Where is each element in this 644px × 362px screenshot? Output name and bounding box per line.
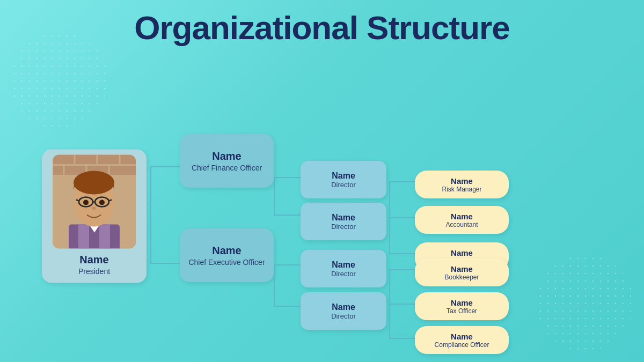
ceo-card: Name Chief Executive Officer [180,228,274,282]
connector-dir1-staff3 [389,253,415,254]
president-name: Name [79,253,108,265]
president-block: Name President [42,149,147,283]
staff1-name: Name [451,176,473,186]
connector-pres-ceo [150,263,180,264]
connector-cfo-dir1 [274,177,301,178]
director2-block: Name Director [301,203,386,240]
staff2-block: Name Accountant [415,206,509,234]
org-chart: Name President Name Chief Finance Office… [0,70,644,362]
staff2-card: Name Accountant [415,206,509,234]
president-image [53,154,136,248]
connector-pres-cfo [150,166,180,167]
connector-ceo-dir4 [274,306,301,307]
connector-cfo-dir2 [274,215,301,216]
staff5-card: Name Tax Officer [415,292,509,320]
ceo-block: Name Chief Executive Officer [180,228,274,282]
cfo-name: Name [212,150,241,162]
director2-name: Name [332,213,355,223]
cfo-role: Chief Finance Officer [192,164,262,172]
staff6-block: Name Compliance Officer [415,326,509,354]
svg-point-21 [83,200,89,205]
cfo-card: Name Chief Finance Officer [180,134,274,188]
director4-card: Name Director [301,292,386,330]
director1-card: Name Director [301,161,386,198]
staff1-role: Risk Manager [442,186,481,193]
svg-point-23 [92,206,96,210]
connector-dir2-staff5 [389,304,415,305]
staff4-card: Name Bookkeeper [415,258,509,286]
connector-vertical-ceo [274,264,275,307]
svg-rect-1 [53,154,74,164]
connector-dir2-staff4 [389,269,415,270]
page-title: Organizational Structure [0,0,644,46]
connector-vertical-cfo [274,177,275,216]
staff2-name: Name [451,212,473,221]
svg-rect-11 [99,224,110,248]
staff5-block: Name Tax Officer [415,292,509,320]
staff2-role: Accountant [445,221,478,228]
connector-dir1-staff1 [389,181,415,182]
svg-rect-4 [120,154,136,164]
svg-rect-5 [53,165,63,175]
director3-role: Director [331,270,356,278]
staff1-card: Name Risk Manager [415,171,509,198]
staff4-name: Name [451,264,473,274]
director3-name: Name [332,260,355,270]
connector-dir1-staff2 [389,217,415,218]
ceo-name: Name [212,244,241,257]
president-card: Name President [42,149,147,283]
director4-block: Name Director [301,292,386,330]
staff6-name: Name [451,332,473,341]
director3-card: Name Director [301,250,386,287]
staff5-name: Name [451,298,473,307]
president-photo [53,154,136,248]
connector-dir2-staff6 [389,338,415,339]
director1-name: Name [332,171,355,181]
staff6-card: Name Compliance Officer [415,326,509,354]
svg-rect-2 [75,154,97,164]
svg-rect-10 [78,224,89,248]
connector-vertical-main [150,166,151,264]
director4-name: Name [332,302,355,312]
staff5-role: Tax Officer [447,307,477,315]
svg-rect-3 [98,154,119,164]
ceo-role: Chief Executive Officer [188,258,265,267]
president-role: President [78,267,110,275]
staff3-name: Name [451,248,473,257]
svg-point-22 [99,200,105,205]
cfo-block: Name Chief Finance Officer [180,134,274,188]
staff1-block: Name Risk Manager [415,171,509,198]
director1-block: Name Director [301,161,386,198]
connector-ceo-dir3 [274,264,301,265]
director3-block: Name Director [301,250,386,287]
staff4-block: Name Bookkeeper [415,258,509,286]
svg-rect-8 [109,165,136,175]
staff6-role: Compliance Officer [435,341,489,349]
director1-role: Director [331,181,356,189]
director4-role: Director [331,312,356,320]
director2-card: Name Director [301,203,386,240]
director2-role: Director [331,223,356,231]
staff4-role: Bookkeeper [444,274,479,281]
